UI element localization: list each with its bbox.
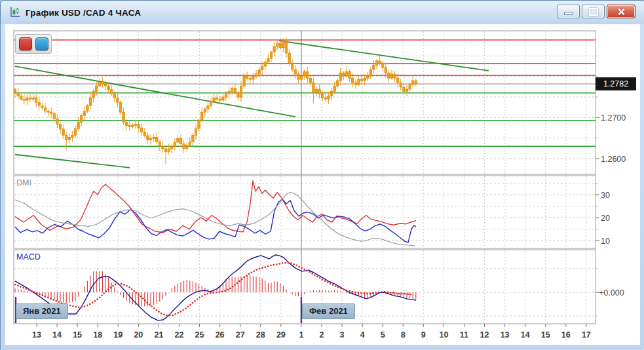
window-title: График USD /CAD 4 ЧАСА bbox=[26, 8, 141, 18]
minimize-icon bbox=[564, 12, 573, 15]
restore-button[interactable] bbox=[582, 5, 605, 18]
minimize-button[interactable] bbox=[557, 5, 580, 18]
app-window: График USD /CAD 4 ЧАСА 13141518192021222… bbox=[0, 0, 644, 350]
month-badge-feb: Фев 2021 bbox=[302, 303, 355, 319]
candlestick-chart-icon bbox=[9, 6, 22, 19]
restore-icon bbox=[589, 8, 598, 16]
close-icon bbox=[617, 8, 625, 16]
close-button[interactable] bbox=[607, 5, 635, 18]
chart-mini-toolbar bbox=[15, 34, 52, 54]
chart-content bbox=[5, 24, 640, 345]
blue-square-button[interactable] bbox=[35, 37, 48, 50]
current-price-tag: 1.2782 bbox=[596, 77, 636, 90]
red-square-button[interactable] bbox=[19, 37, 32, 50]
month-badge-jan: Янв 2021 bbox=[16, 303, 68, 319]
titlebar[interactable]: График USD /CAD 4 ЧАСА bbox=[1, 1, 644, 24]
